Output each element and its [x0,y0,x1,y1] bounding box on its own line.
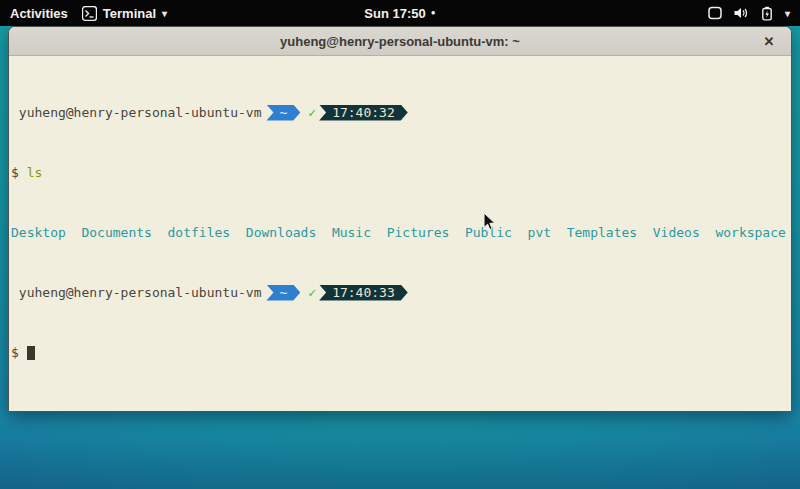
terminal-app-icon [82,6,97,21]
prompt-line: yuheng@henry-personal-ubuntu-vm ~ ✓ 17:4… [11,105,789,120]
notification-dot-icon: ● [431,9,436,17]
prompt-time-segment: 17:40:33 [319,285,408,301]
prompt-line: yuheng@henry-personal-ubuntu-vm ~ ✓ 17:4… [11,285,789,300]
window-titlebar[interactable]: yuheng@henry-personal-ubuntu-vm: ~ ✕ [9,27,791,56]
prompt-user: yuheng@henry-personal-ubuntu-vm [11,285,261,300]
prompt-user: yuheng@henry-personal-ubuntu-vm [11,105,261,120]
text-cursor [27,346,35,360]
prompt-time-segment: 17:40:32 [319,105,408,121]
chevron-down-icon: ▾ [785,8,790,19]
shell-prompt-symbol: $ [11,165,19,180]
shell-prompt-symbol: $ [11,345,19,360]
clock[interactable]: Sun 17:50 [364,6,425,21]
close-icon[interactable]: ✕ [757,27,781,55]
app-menu-terminal[interactable]: Terminal ▾ [82,6,167,21]
terminal-window: yuheng@henry-personal-ubuntu-vm: ~ ✕ yuh… [8,26,792,412]
command-line: $ ls [11,165,789,180]
prompt-cwd-segment: ~ [266,285,300,301]
volume-icon [733,6,749,20]
command-text: ls [27,165,43,180]
app-menu-label: Terminal [103,6,156,21]
battery-charging-icon [760,6,774,21]
prompt-cwd-segment: ~ [266,105,300,121]
window-title: yuheng@henry-personal-ubuntu-vm: ~ [280,34,520,49]
chevron-down-icon: ▾ [162,8,167,19]
top-bar: Activities Terminal ▾ Sun 17:50 ● [0,0,800,26]
terminal-content[interactable]: yuheng@henry-personal-ubuntu-vm ~ ✓ 17:4… [9,56,791,411]
system-status-area[interactable]: ▾ [708,0,800,26]
checkmark-icon: ✓ [308,285,316,300]
ls-output: Desktop Documents dotfiles Downloads Mus… [11,225,789,240]
checkmark-icon: ✓ [308,105,316,120]
screen-icon [708,6,722,20]
input-line: $ [11,345,789,360]
activities-button[interactable]: Activities [10,6,68,21]
